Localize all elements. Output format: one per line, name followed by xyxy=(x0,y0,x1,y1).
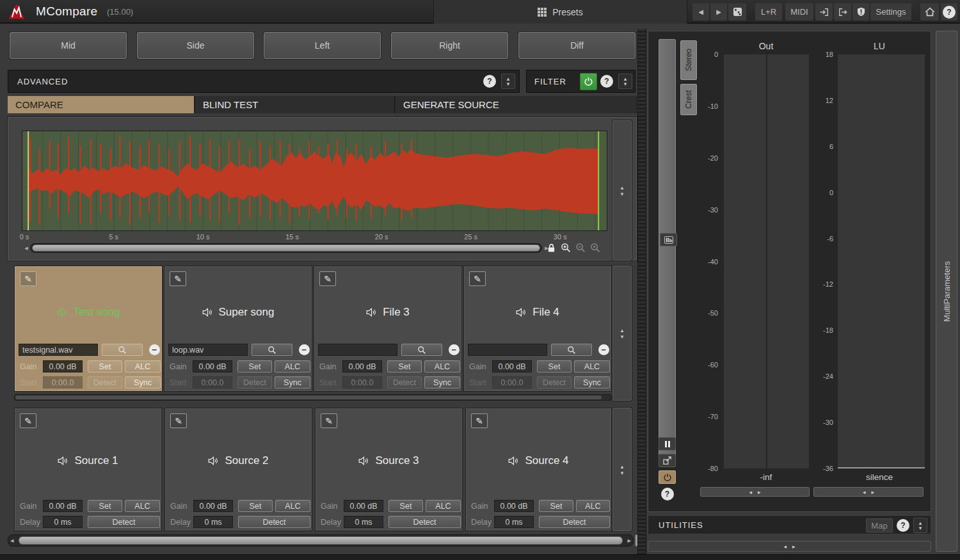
file-title[interactable]: File 3 xyxy=(314,306,461,319)
tab-crest[interactable]: Crest xyxy=(680,84,697,115)
alc-button[interactable]: ALC xyxy=(275,360,310,372)
source-title[interactable]: Source 1 xyxy=(15,454,161,467)
multiparameters-strip[interactable]: MultiParameters xyxy=(936,31,957,552)
browse-button[interactable] xyxy=(551,344,592,356)
main-horizontal-scrollbar[interactable]: ◂ ▸ xyxy=(8,534,634,547)
detect-button[interactable]: Detect xyxy=(88,516,160,528)
sync-button[interactable]: Sync xyxy=(424,376,460,388)
alc-button[interactable]: ALC xyxy=(574,360,610,372)
gain-field[interactable]: 0.00 dB xyxy=(193,360,232,372)
filter-help-button[interactable]: ? xyxy=(600,75,613,88)
meter-power-button[interactable] xyxy=(659,470,676,484)
utilities-collapse-button[interactable]: ▴ ▾ xyxy=(913,518,927,533)
file-title[interactable]: Super song xyxy=(164,306,312,319)
file-panel-1[interactable]: ✎ Test song testsignal.wav − Gain 0.00 d… xyxy=(14,266,163,392)
presets-button[interactable]: Presets xyxy=(433,0,687,24)
lu-meter-bar[interactable] xyxy=(838,54,925,468)
source-panel-3[interactable]: ✎ Source 3 Gain 0.00 dB Set ALC Delay 0 … xyxy=(315,408,463,531)
rename-button[interactable]: ✎ xyxy=(20,413,36,428)
help-button[interactable]: ? xyxy=(941,3,957,20)
browse-button[interactable] xyxy=(252,344,292,356)
zoom-lock-button[interactable] xyxy=(546,242,557,253)
set-button[interactable]: Set xyxy=(388,500,423,512)
gain-field[interactable]: 0.00 dB xyxy=(342,360,382,372)
delay-field[interactable]: 0 ms xyxy=(494,516,534,528)
alc-button[interactable]: ALC xyxy=(576,500,610,512)
alc-button[interactable]: ALC xyxy=(125,360,161,372)
rename-button[interactable]: ✎ xyxy=(20,271,36,286)
remove-file-button[interactable]: − xyxy=(446,344,461,356)
rename-button[interactable]: ✎ xyxy=(170,271,186,286)
source-title[interactable]: Source 2 xyxy=(165,454,312,467)
tab-blind-test[interactable]: BLIND TEST xyxy=(195,96,395,113)
detect-button[interactable]: Detect xyxy=(237,376,272,388)
set-button[interactable]: Set xyxy=(537,360,572,372)
set-button[interactable]: Set xyxy=(387,360,422,372)
start-field[interactable]: 0:00.0 xyxy=(492,376,532,388)
set-button[interactable]: Set xyxy=(88,500,122,512)
rename-button[interactable]: ✎ xyxy=(471,413,488,428)
alc-button[interactable]: ALC xyxy=(125,500,160,512)
filename-field[interactable] xyxy=(318,344,397,356)
meter-pause-button[interactable] xyxy=(659,437,676,451)
channel-button-right[interactable]: Right xyxy=(391,32,508,59)
channel-button-diff[interactable]: Diff xyxy=(518,32,636,59)
detect-button[interactable]: Detect xyxy=(88,376,122,388)
file-row-scrollbar[interactable] xyxy=(14,394,612,401)
lu-meter-range-control[interactable]: ◂ ▸ xyxy=(813,487,924,497)
out-meter-bar-left[interactable] xyxy=(724,54,766,468)
utilities-help-button[interactable]: ? xyxy=(897,519,909,532)
meter-help-button[interactable]: ? xyxy=(659,487,676,500)
set-button[interactable]: Set xyxy=(237,360,272,372)
source-row-collapse-strip[interactable]: ▴ ▾ xyxy=(612,408,632,531)
set-button[interactable]: Set xyxy=(88,360,122,372)
tab-compare[interactable]: COMPARE xyxy=(8,96,195,113)
waveform-display[interactable] xyxy=(22,131,607,231)
alc-button[interactable]: ALC xyxy=(275,500,310,512)
zoom-reset-button[interactable] xyxy=(589,242,601,253)
browse-button[interactable] xyxy=(401,344,442,356)
gain-field[interactable]: 0.00 dB xyxy=(492,360,532,372)
export-settings-button[interactable] xyxy=(834,3,851,20)
zoom-in-button[interactable] xyxy=(560,242,572,253)
file-row-scrollbar-thumb[interactable] xyxy=(15,396,602,399)
tab-stereo[interactable]: Stereo xyxy=(680,40,697,80)
file-panel-2[interactable]: ✎ Super song loop.wav − Gain 0.00 dB Set… xyxy=(164,266,312,392)
gain-field[interactable]: 0.00 dB xyxy=(43,360,83,372)
start-field[interactable]: 0:00.0 xyxy=(342,376,382,388)
sync-button[interactable]: Sync xyxy=(125,376,161,388)
file-title[interactable]: File 4 xyxy=(464,306,611,319)
gain-field[interactable]: 0.00 dB xyxy=(344,500,383,512)
remove-file-button[interactable]: − xyxy=(596,344,611,356)
start-field[interactable]: 0:00.0 xyxy=(43,376,83,388)
wave-scrollbar[interactable] xyxy=(30,243,542,253)
remove-file-button[interactable]: − xyxy=(147,344,162,356)
gain-field[interactable]: 0.00 dB xyxy=(494,500,534,512)
source-title[interactable]: Source 3 xyxy=(316,454,462,467)
source-panel-1[interactable]: ✎ Source 1 Gain 0.00 dB Set ALC Delay 0 … xyxy=(14,408,162,531)
settings-button[interactable]: Settings xyxy=(870,3,911,20)
set-button[interactable]: Set xyxy=(539,500,573,512)
rename-button[interactable]: ✎ xyxy=(469,271,486,286)
scroll-left-arrow-icon[interactable]: ◂ xyxy=(10,536,14,545)
scroll-right-arrow-icon[interactable]: ▸ xyxy=(627,536,631,545)
wave-scroll-left-button[interactable]: ◂ xyxy=(22,243,30,253)
filename-field[interactable]: testsignal.wav xyxy=(19,344,98,356)
set-button[interactable]: Set xyxy=(238,500,273,512)
channel-button-left[interactable]: Left xyxy=(264,32,381,59)
wave-scrollbar-thumb[interactable] xyxy=(32,244,540,252)
remove-file-button[interactable]: − xyxy=(296,344,312,356)
file-row-collapse-strip[interactable]: ▴ ▾ xyxy=(612,266,632,401)
map-button[interactable]: Map xyxy=(866,518,893,532)
delay-field[interactable]: 0 ms xyxy=(43,516,83,528)
tab-generate-source[interactable]: GENERATE SOURCE xyxy=(396,96,637,113)
channel-mode-button[interactable]: L+R xyxy=(755,3,782,20)
rename-button[interactable]: ✎ xyxy=(321,413,337,428)
random-preset-button[interactable] xyxy=(728,3,746,20)
meter-popout-button[interactable] xyxy=(659,454,676,467)
detect-button[interactable]: Detect xyxy=(238,516,310,528)
home-button[interactable] xyxy=(920,3,939,20)
source-panel-4[interactable]: ✎ Source 4 Gain 0.00 dB Set ALC Delay 0 … xyxy=(465,408,612,531)
next-preset-button[interactable]: ▶ xyxy=(710,3,727,20)
advanced-help-button[interactable]: ? xyxy=(483,75,496,88)
